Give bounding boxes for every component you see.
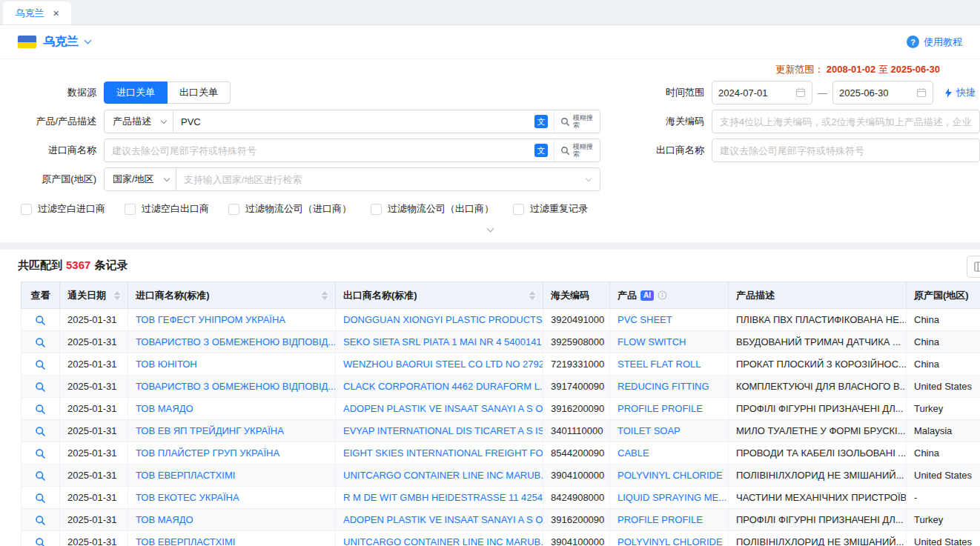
checkbox-filter-blank-exporter[interactable]: 过滤空白出口商 <box>125 202 209 216</box>
exporter-link[interactable]: UNITCARGO CONTAINER LINE INC MARUB... <box>336 531 543 546</box>
view-record-button[interactable] <box>35 404 46 415</box>
exporter-link[interactable]: R M DE WIT GMBH HEIDESTRASSE 11 4254... <box>336 487 543 509</box>
hs-code: 3925908000 <box>543 331 610 353</box>
view-record-button[interactable] <box>35 315 46 326</box>
exporter-link[interactable]: UNITCARGO CONTAINER LINE INC MARUB... <box>336 465 543 487</box>
date-from-input[interactable] <box>712 87 795 99</box>
checkbox-filter-logistics-exporter[interactable]: 过滤物流公司（出口商） <box>371 202 494 216</box>
exporter-link[interactable]: WENZHOU BAORUI STEEL CO LTD NO 2792... <box>336 353 543 376</box>
sort-icon[interactable] <box>322 291 328 300</box>
table-settings-button[interactable] <box>967 256 980 278</box>
exporter-link[interactable]: ADOPEN PLASTIK VE INSAAT SANAYI A S O... <box>336 398 543 420</box>
exporter-input[interactable] <box>712 139 979 162</box>
update-range-label: 更新范围： <box>775 64 824 75</box>
product-link[interactable]: PROFILE PROFILE <box>610 509 729 531</box>
exporter-link[interactable]: EIGHT SKIES INTERNATIONAL FREIGHT FOR... <box>336 442 543 465</box>
collapse-filters-button[interactable] <box>468 224 512 236</box>
product-mode-select[interactable]: 产品描述 <box>104 110 173 133</box>
exporter-link[interactable]: SEKO SIETA SRL PIATA 1 MAI NR 4 5400141 … <box>336 331 543 353</box>
checkbox-icon[interactable] <box>228 204 239 215</box>
view-record-button[interactable] <box>35 537 46 546</box>
translate-icon[interactable]: 文 <box>534 144 548 157</box>
view-record-button[interactable] <box>35 359 46 370</box>
checkbox-icon[interactable] <box>371 204 382 215</box>
importer-link[interactable]: ТОВ МАЯДО <box>128 509 336 531</box>
origin-mode-select[interactable]: 国家/地区 <box>104 167 176 191</box>
sort-icon[interactable] <box>529 291 535 300</box>
product-link[interactable]: REDUCING FITTING <box>610 376 729 398</box>
product-link[interactable]: LIQUID SPRAYING ME... <box>610 487 729 509</box>
fuzzy-search-button[interactable]: 模糊搜索 <box>554 110 600 133</box>
importer-link[interactable]: ТОВ ГЕФЕСТ УНІПРОМ УКРАЇНА <box>128 309 336 331</box>
chevron-down-icon[interactable] <box>85 37 92 44</box>
product-link[interactable]: POLYVINYL CHLORIDE <box>610 531 729 546</box>
importer-link[interactable]: ТОВАРИСТВО З ОБМЕЖЕНОЮ ВІДПОВІД... <box>128 376 336 398</box>
importer-link[interactable]: ТОВ ЕКОТЕС УКРАЇНА <box>128 487 336 509</box>
importer-link[interactable]: ТОВ ЕВ ЯП ТРЕЙДИНГ УКРАЇНА <box>128 420 336 442</box>
importer-link[interactable]: ТОВ ЕВЕРПЛАСТХІМІ <box>128 531 336 546</box>
import-manifest-button[interactable]: 进口关单 <box>104 81 168 104</box>
product-search-field[interactable]: 文 模糊搜索 <box>173 110 600 133</box>
product-link[interactable]: PROFILE PROFILE <box>610 398 729 420</box>
date-from-field[interactable] <box>712 81 812 104</box>
view-record-button[interactable] <box>35 448 46 459</box>
view-cell <box>21 353 60 376</box>
product-description: ПРОВОДИ ТА КАБЕЛІ ІЗОЛЬОВАНІ ... <box>729 442 907 465</box>
calendar-icon[interactable] <box>916 87 927 98</box>
translate-icon[interactable]: 文 <box>534 115 548 128</box>
checkbox-filter-duplicates[interactable]: 过滤重复记录 <box>513 202 588 216</box>
fuzzy-search-button[interactable]: 模糊搜索 <box>554 139 600 162</box>
chevron-down-icon <box>486 224 494 232</box>
date-to-input[interactable] <box>833 87 916 99</box>
importer-link[interactable]: ТОВАРИСТВО З ОБМЕЖЕНОЮ ВІДПОВІД... <box>128 331 336 353</box>
tab-ukraine[interactable]: 乌克兰 × <box>3 1 71 24</box>
view-record-button[interactable] <box>35 470 46 482</box>
view-record-button[interactable] <box>35 515 46 526</box>
sort-icon[interactable] <box>114 291 120 300</box>
view-record-button[interactable] <box>35 382 46 393</box>
country-title[interactable]: 乌克兰 <box>43 34 79 50</box>
product-link[interactable]: FLOW SWITCH <box>610 331 729 353</box>
exporter-link[interactable]: ADOPEN PLASTIK VE INSAAT SANAYI A S O... <box>336 509 543 531</box>
product-link[interactable]: POLYVINYL CHLORIDE <box>610 465 729 487</box>
exporter-field[interactable] <box>712 139 980 162</box>
data-source-label: 数据源 <box>0 86 104 99</box>
close-icon[interactable]: × <box>53 8 59 19</box>
header-exporter[interactable]: 出口商名称(标准) <box>336 282 543 309</box>
calendar-icon[interactable] <box>795 87 806 98</box>
product-link[interactable]: STEEL FLAT ROLL <box>610 353 729 376</box>
origin-select-field[interactable] <box>176 167 600 191</box>
importer-link[interactable]: ТОВ ЮНІТОН <box>128 353 336 376</box>
exporter-link[interactable]: CLACK CORPORATION 4462 DURAFORM L... <box>336 376 543 398</box>
date-to-field[interactable] <box>832 81 933 104</box>
header-clearance-date[interactable]: 通关日期 <box>60 282 128 309</box>
info-icon[interactable] <box>658 290 667 300</box>
product-link[interactable]: CABLE <box>610 442 729 465</box>
header-importer[interactable]: 进口商名称(标准) <box>128 282 336 309</box>
importer-input[interactable] <box>105 139 534 162</box>
exporter-link[interactable]: DONGGUAN XIONGYI PLASTIC PRODUCTS ... <box>336 309 543 331</box>
origin-input[interactable] <box>176 168 586 190</box>
product-search-input[interactable] <box>173 110 534 133</box>
importer-field[interactable]: 文 模糊搜索 <box>104 139 600 162</box>
importer-link[interactable]: ТОВ МАЯДО <box>128 398 336 420</box>
checkbox-filter-logistics-importer[interactable]: 过滤物流公司（进口商） <box>228 202 351 216</box>
tutorial-link[interactable]: ? 使用教程 <box>907 36 962 49</box>
quick-range-button[interactable]: 快捷 <box>944 86 976 99</box>
hs-code-input[interactable] <box>712 110 979 133</box>
checkbox-icon[interactable] <box>21 204 32 215</box>
checkbox-icon[interactable] <box>125 204 136 215</box>
hs-code-field[interactable] <box>712 110 980 133</box>
view-record-button[interactable] <box>35 493 46 504</box>
view-record-button[interactable] <box>35 337 46 348</box>
product-link[interactable]: TOILET SOAP <box>610 420 729 442</box>
magnifier-icon <box>35 337 46 348</box>
importer-link[interactable]: ТОВ ЕВЕРПЛАСТХІМІ <box>128 465 336 487</box>
product-link[interactable]: PVC SHEET <box>610 309 729 331</box>
export-manifest-button[interactable]: 出口关单 <box>168 81 231 104</box>
checkbox-icon[interactable] <box>513 204 524 215</box>
importer-link[interactable]: ТОВ ПЛАЙСТЕР ГРУП УКРАЇНА <box>128 442 336 465</box>
exporter-link[interactable]: EVYAP INTERNATIONAL DIS TICARET A S IS..… <box>336 420 543 442</box>
checkbox-filter-blank-importer[interactable]: 过滤空白进口商 <box>21 202 105 216</box>
view-record-button[interactable] <box>35 426 46 437</box>
